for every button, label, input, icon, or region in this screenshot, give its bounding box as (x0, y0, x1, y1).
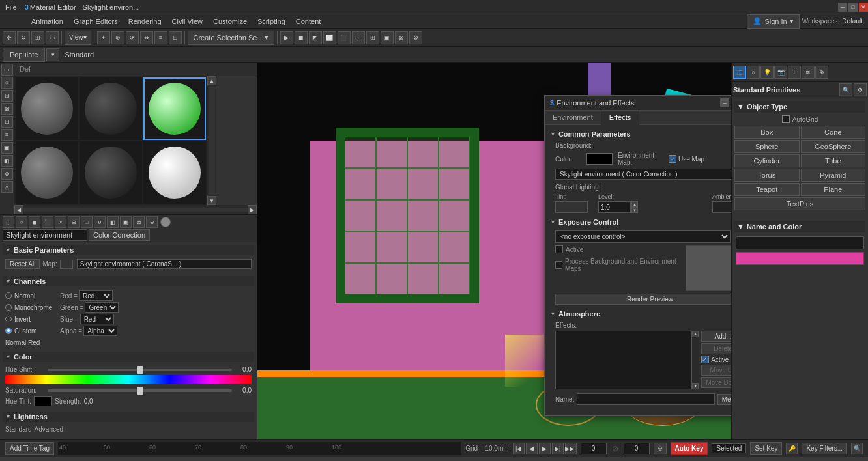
autogrid-checkbox[interactable] (782, 115, 790, 123)
customize-menu[interactable]: Customize (208, 16, 252, 27)
saturation-slider[interactable] (48, 389, 232, 392)
rp-systems-icon[interactable]: ⊕ (815, 66, 828, 79)
mat-icon-10[interactable]: △ (1, 181, 13, 193)
move-up-button[interactable]: Move Up (701, 365, 731, 376)
channel-custom-radio[interactable] (5, 328, 12, 334)
rainbow-bar[interactable] (5, 375, 252, 384)
atm-name-input[interactable] (577, 393, 714, 405)
mat-icon-3[interactable]: ⊞ (1, 90, 13, 102)
mat-preview-4[interactable] (16, 141, 78, 204)
timeline-ruler[interactable]: 40 50 60 70 80 90 100 (58, 442, 461, 455)
go-start-btn[interactable]: |◀ (513, 443, 525, 454)
merge-button[interactable]: Merge (717, 394, 731, 405)
cone-button[interactable]: Cone (801, 126, 866, 139)
next-frame-btn[interactable]: ▶| (552, 443, 564, 454)
rp-camera-icon[interactable]: 📷 (774, 66, 787, 79)
render-icon[interactable]: ▶ (280, 31, 293, 44)
teapot-button[interactable]: Teapot (734, 183, 800, 196)
ambient-swatch[interactable] (712, 201, 731, 213)
channel-green-select[interactable]: GreenRedBlueAlpha (85, 302, 119, 313)
scroll-left-btn[interactable]: ◀ (14, 205, 23, 214)
render6-icon[interactable]: ⬚ (352, 31, 365, 44)
box-button[interactable]: Box (734, 126, 800, 139)
rp-helpers-icon[interactable]: + (788, 66, 801, 79)
render7-icon[interactable]: ⊞ (366, 31, 379, 44)
set-key-button[interactable]: Set Key (750, 442, 782, 455)
textplus-button[interactable]: TextPlus (734, 197, 865, 210)
process-bg-checkbox[interactable] (555, 261, 562, 269)
level-down-btn[interactable]: ▼ (631, 207, 638, 213)
snap2-icon[interactable]: ⊕ (111, 31, 124, 44)
sign-in-button[interactable]: 👤 Sign In ▾ (747, 14, 799, 29)
atm-scroll-up-btn[interactable]: ▲ (692, 331, 699, 337)
basic-params-header[interactable]: ▼ Basic Parameters (3, 245, 254, 255)
bg-color-swatch[interactable] (586, 153, 613, 165)
geosphere-button[interactable]: GeoSphere (801, 140, 866, 153)
mat-preview-5[interactable] (80, 141, 142, 204)
use-map-check[interactable]: ✓ (669, 155, 676, 163)
use-map-checkbox[interactable]: ✓ Use Map (669, 155, 704, 163)
populate-down-icon[interactable]: ▾ (46, 48, 59, 61)
map-color-btn[interactable] (60, 260, 73, 269)
go-end-btn[interactable]: ▶▶| (565, 443, 577, 454)
time-input[interactable] (624, 443, 650, 454)
move-icon[interactable]: ✛ (3, 31, 16, 44)
torus-button[interactable]: Torus (734, 169, 800, 182)
mat-tool-12[interactable]: ⊕ (146, 216, 158, 228)
search-btn[interactable]: 🔍 (851, 443, 863, 454)
object-color-swatch[interactable] (736, 252, 864, 265)
restore-btn[interactable]: □ (848, 3, 858, 12)
tint-swatch[interactable] (555, 201, 588, 213)
level-up-btn[interactable]: ▲ (631, 201, 638, 207)
mat-tool-9[interactable]: ◧ (107, 216, 119, 228)
tube-button[interactable]: Tube (801, 154, 866, 167)
populate-button[interactable]: Populate (3, 48, 45, 62)
channel-mono-radio[interactable] (5, 304, 12, 311)
create-selection-button[interactable]: Create Selection Se... ▾ (188, 31, 274, 45)
key-mode-btn[interactable]: 🔑 (786, 443, 798, 454)
mat-icon-8[interactable]: ◧ (1, 155, 13, 167)
render9-icon[interactable]: ⊠ (395, 31, 408, 44)
atmosphere-header[interactable]: ▼ Atmosphere (550, 310, 731, 318)
mat-icon-1[interactable]: ⬚ (1, 64, 13, 76)
add-time-tag-button[interactable]: Add Time Tag (5, 442, 54, 455)
atm-active-checkbox[interactable]: ✓ (701, 356, 709, 363)
channel-red-select[interactable]: RedGreenBlueAlpha (79, 290, 113, 301)
channels-header[interactable]: ▼ Channels (3, 276, 254, 286)
sphere-button[interactable]: Sphere (734, 140, 800, 153)
exposure-header[interactable]: ▼ Exposure Control (550, 218, 731, 226)
object-name-input[interactable] (736, 236, 864, 249)
rp-spacewarp-icon[interactable]: ≋ (802, 66, 815, 79)
rp-lights-icon[interactable]: 💡 (760, 66, 774, 79)
mat-tool-11[interactable]: ⊠ (133, 216, 145, 228)
rp-settings-icon[interactable]: ⚙ (854, 83, 867, 96)
render10-icon[interactable]: ⚙ (409, 31, 422, 44)
scroll-track[interactable] (209, 87, 215, 195)
atm-scroll-down-btn[interactable]: ▼ (692, 383, 699, 389)
add-button[interactable]: Add... (701, 331, 731, 342)
civil-view-menu[interactable]: Civil View (167, 16, 208, 27)
dialog-restore-btn[interactable]: □ (731, 98, 731, 107)
rotate-icon[interactable]: ↻ (17, 31, 30, 44)
tab-effects[interactable]: Effects (601, 111, 639, 125)
animation-menu[interactable]: Animation (26, 16, 68, 27)
render3-icon[interactable]: ◩ (309, 31, 322, 44)
mat-tool-5[interactable]: ✕ (55, 216, 66, 228)
env-map-button[interactable]: Skylight environment ( Color Correction … (555, 169, 731, 180)
mat-tool-6[interactable]: ⊞ (68, 216, 80, 228)
cylinder-button[interactable]: Cylinder (734, 154, 800, 167)
align-icon[interactable]: ≡ (154, 31, 167, 44)
pyramid-button[interactable]: Pyramid (801, 169, 866, 182)
render-preview-button[interactable]: Render Preview (555, 294, 731, 305)
channel-alpha-select[interactable]: AlphaRedGreenBlue (83, 326, 117, 336)
minimize-btn[interactable]: ─ (838, 3, 847, 12)
key-filters-button[interactable]: Key Filters... (802, 443, 847, 454)
render8-icon[interactable]: ▣ (381, 31, 394, 44)
scroll-up-btn[interactable]: ▲ (207, 76, 216, 85)
mat-icon-9[interactable]: ⊕ (1, 168, 13, 180)
hue-tint-swatch[interactable] (34, 396, 52, 406)
mat-preview-6[interactable] (143, 141, 206, 204)
mat-icon-5[interactable]: ⊟ (1, 116, 13, 128)
play-btn[interactable]: ▶ (539, 443, 551, 454)
atmosphere-list[interactable] (555, 331, 692, 389)
